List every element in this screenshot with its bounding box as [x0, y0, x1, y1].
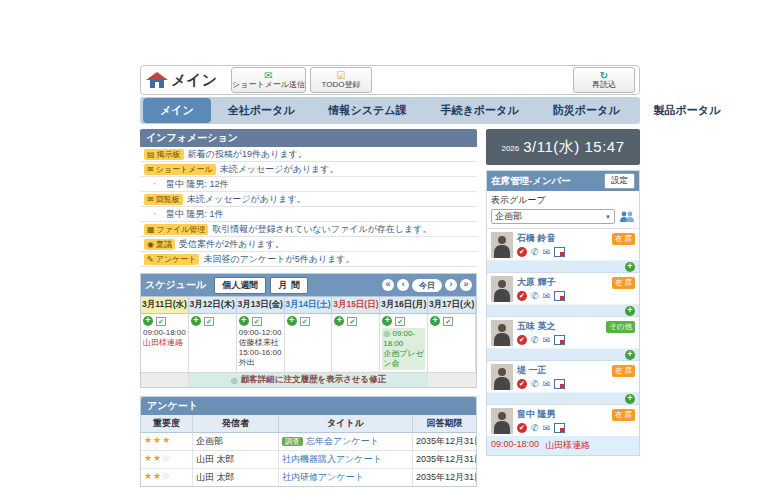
add-event-icon[interactable]: + [239, 316, 249, 326]
schedule-icon[interactable] [554, 335, 565, 345]
member-name[interactable]: 堤 一正 [517, 364, 547, 377]
member-card: 大原 輝子 在席 ✔ ✆ ✉ [487, 273, 639, 304]
phone-memo-icon[interactable]: ✆ [531, 379, 539, 389]
add-icon[interactable]: + [625, 262, 635, 272]
event-yamada[interactable]: 09:00-18:00 山田様連絡 [143, 328, 186, 348]
tab-company-portal[interactable]: 全社ポータル [211, 98, 312, 123]
circular-badge: ✉回覧板 [144, 194, 183, 205]
event-presentation[interactable]: ◎ 09:00-18:00 企画プレゼン会 [382, 328, 425, 370]
day-header-sat[interactable]: 3月14日(土) [285, 296, 333, 314]
phone-memo-icon[interactable]: ✆ [531, 291, 539, 301]
reload-button[interactable]: ↻ 再読込 [573, 67, 635, 93]
info-row-ringi[interactable]: ◉稟議 受信案件が2件あります。 [140, 237, 477, 252]
shortmail-icon[interactable]: ✉ [543, 291, 551, 301]
survey-badge: ✎アンケート [144, 254, 199, 265]
tab-procedure-portal[interactable]: 手続きポータル [424, 98, 536, 123]
calendar-icon[interactable]: ✔ [347, 317, 357, 326]
phone-memo-icon[interactable]: ✆ [531, 423, 539, 433]
calendar-icon[interactable]: ✔ [443, 317, 453, 326]
shortmail-icon[interactable]: ✉ [543, 379, 551, 389]
survey-deadline: 2035年12月31日 [413, 433, 476, 451]
month-view-button[interactable]: 月間 [270, 277, 308, 294]
add-event-icon[interactable]: + [430, 316, 440, 326]
day-header-thu[interactable]: 3月12日(木) [189, 296, 237, 314]
add-icon[interactable]: + [625, 394, 635, 404]
member-name[interactable]: 大原 輝子 [517, 276, 556, 289]
info-row-file-manage[interactable]: ▦ファイル管理 取引情報が登録されていないファイルが存在します。 [140, 222, 477, 237]
member-name[interactable]: 五味 英之 [517, 320, 556, 333]
nav-first-icon[interactable]: « [382, 279, 394, 291]
info-row-shortmail[interactable]: ✉ショートメール 未読メッセージがあります。 [140, 162, 477, 177]
calendar-icon[interactable]: ✔ [156, 317, 166, 326]
tab-main[interactable]: メイン [143, 98, 211, 123]
todo-register-button[interactable]: ☑ TODO登録 [310, 67, 372, 93]
shortmail-icon[interactable]: ✉ [543, 335, 551, 345]
tab-disaster-portal[interactable]: 防災ポータル [536, 98, 637, 123]
schedule-icon[interactable] [554, 247, 565, 257]
member-today-schedule[interactable]: 09:00-18:00 山田様連絡 [487, 436, 639, 455]
add-event-icon[interactable]: + [382, 316, 392, 326]
survey-deadline: 2035年12月31日 [413, 451, 476, 469]
clock-datetime: 3/11(水) 15:47 [523, 138, 624, 157]
event-out[interactable]: 15:00-16:00 外出 [239, 348, 282, 368]
nav-prev-icon[interactable]: ‹ [397, 279, 409, 291]
schedule-icon[interactable] [554, 423, 565, 433]
day-header-tue[interactable]: 3月17日(火) [428, 296, 476, 314]
info-row-shortmail-sender[interactable]: ・ 畠中 隆男: 12件 [140, 177, 477, 192]
member-divider: + [487, 260, 639, 273]
schedule-icon[interactable] [554, 291, 565, 301]
settings-button[interactable]: 設定 [604, 173, 635, 189]
event-sato-visit[interactable]: 09:00-12:00 佐藤様来社 [239, 328, 282, 348]
personal-week-view-button[interactable]: 個人週間 [214, 277, 266, 294]
add-icon[interactable]: + [625, 350, 635, 360]
status-badge: 在席 [612, 277, 635, 289]
survey-link[interactable]: 社内機器購入アンケート [282, 454, 382, 464]
member-name[interactable]: 畠中 隆男 [517, 408, 556, 421]
member-card: 五味 英之 その他 ✔ ✆ ✉ [487, 317, 639, 348]
group-members-icon[interactable] [619, 210, 635, 224]
member-divider: + [487, 392, 639, 405]
presence-check-icon[interactable]: ✔ [517, 423, 527, 433]
day-cell-sat: + ✔ [285, 314, 333, 372]
nav-next-icon[interactable]: › [445, 279, 457, 291]
shortmail-send-button[interactable]: ✉ ショートメール送信 [231, 67, 306, 93]
schedule-icon[interactable] [554, 379, 565, 389]
info-row-circular-sender[interactable]: ・ 畠中 隆男: 1件 [140, 207, 477, 222]
nav-today-button[interactable]: 今日 [412, 279, 442, 292]
calendar-icon[interactable]: ✔ [300, 317, 310, 326]
day-cell-sun: + ✔ [332, 314, 380, 372]
tab-it-section[interactable]: 情報システム課 [312, 98, 424, 123]
survey-link[interactable]: 忘年会アンケート [306, 436, 379, 446]
survey-link[interactable]: 社内研修アンケート [282, 472, 364, 482]
add-event-icon[interactable]: + [334, 316, 344, 326]
add-icon[interactable]: + [625, 306, 635, 316]
tab-product-portal[interactable]: 製品ポータル [636, 98, 737, 123]
day-header-wed[interactable]: 3月11日(水) [141, 296, 189, 314]
add-event-icon[interactable]: + [143, 316, 153, 326]
nav-last-icon[interactable]: » [460, 279, 472, 291]
phone-memo-icon[interactable]: ✆ [531, 335, 539, 345]
avatar [491, 408, 513, 434]
info-row-board[interactable]: ▤掲示板 新着の投稿が19件あります。 [140, 147, 477, 162]
info-row-survey[interactable]: ✎アンケート 未回答のアンケートが5件あります。 [140, 252, 477, 267]
day-header-fri[interactable]: 3月13日(金) [237, 296, 285, 314]
phone-memo-icon[interactable]: ✆ [531, 247, 539, 257]
presence-check-icon[interactable]: ✔ [517, 379, 527, 389]
day-header-mon[interactable]: 3月16日(月) [380, 296, 428, 314]
day-header-sun[interactable]: 3月15日(日) [332, 296, 380, 314]
group-select[interactable]: 企画部 ▼ [491, 209, 615, 224]
calendar-icon[interactable]: ✔ [204, 317, 214, 326]
shortmail-icon[interactable]: ✉ [543, 247, 551, 257]
member-card: 畠中 隆男 在席 ✔ ✆ ✉ [487, 405, 639, 436]
todo-banner[interactable]: ◎ 顧客詳細に注文履歴を表示させる修正 [189, 373, 428, 387]
presence-check-icon[interactable]: ✔ [517, 335, 527, 345]
presence-check-icon[interactable]: ✔ [517, 247, 527, 257]
info-row-circular[interactable]: ✉回覧板 未読メッセージがあります。 [140, 192, 477, 207]
calendar-icon[interactable]: ✔ [395, 317, 405, 326]
add-event-icon[interactable]: + [287, 316, 297, 326]
member-name[interactable]: 石橋 鈴音 [517, 232, 556, 245]
shortmail-icon[interactable]: ✉ [543, 423, 551, 433]
add-event-icon[interactable]: + [191, 316, 201, 326]
calendar-icon[interactable]: ✔ [252, 317, 262, 326]
presence-check-icon[interactable]: ✔ [517, 291, 527, 301]
